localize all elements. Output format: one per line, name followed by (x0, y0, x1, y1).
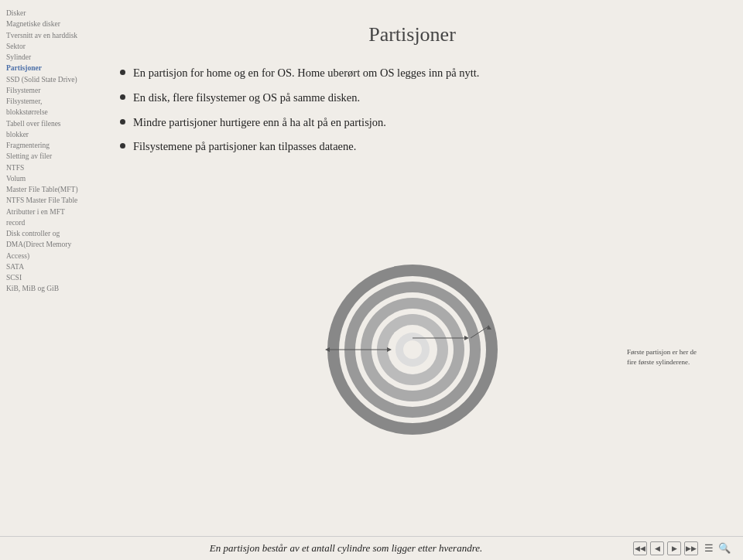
sidebar-item-atributter-i-en-mft-record[interactable]: Atributter i en MFT record (6, 207, 83, 229)
bullet-dot (120, 70, 125, 75)
bullet-item: En partisjon for home og en for OS. Home… (120, 65, 712, 82)
diagram-area: Første partisjon er her de fire første s… (112, 179, 712, 521)
bullet-dot (120, 119, 125, 125)
sidebar-item-master-file-tablemft[interactable]: Master File Table(MFT) (6, 184, 83, 195)
diagram-annotation: Første partisjon er her de fire første s… (627, 347, 697, 367)
sidebar-item-scsi[interactable]: SCSI (6, 272, 83, 283)
sidebar-item-filsystemer,-blokkstørrelse[interactable]: Filsystemer, blokkstørrelse (6, 96, 83, 118)
sidebar-item-ntfs-master-file-table[interactable]: NTFS Master File Table (6, 195, 83, 206)
nav-icon-3[interactable]: ▶ (667, 541, 681, 555)
menu-icon[interactable]: ☰ (704, 542, 714, 555)
bullet-text: Mindre partisjoner hurtigere enn å ha al… (133, 114, 386, 131)
sidebar-item-tversnitt-av-en-harddisk[interactable]: Tversnitt av en harddisk (6, 30, 83, 41)
annotation-line2: fire første sylinderene. (627, 358, 690, 366)
sidebar-item-volum[interactable]: Volum (6, 173, 83, 184)
annotation-line1: Første partisjon er her de (627, 348, 697, 356)
search-icon[interactable]: 🔍 (718, 542, 731, 555)
bullet-text: Filsystemene på partisjoner kan tilpasse… (133, 138, 356, 155)
slide-title: Partisjoner (112, 23, 712, 46)
svg-point-9 (403, 340, 422, 359)
sidebar-item-kib,-mib-og-gib[interactable]: KiB, MiB og GiB (6, 283, 83, 294)
nav-icon-1[interactable]: ◀◀ (633, 541, 647, 555)
sidebar-item-ntfs[interactable]: NTFS (6, 162, 83, 173)
sidebar-item-sylinder[interactable]: Sylinder (6, 52, 83, 63)
nav-icons: ◀◀ ◀ ▶ ▶▶ ☰ 🔍 (633, 541, 731, 555)
sidebar-item-tabell-over-filenes-blokker[interactable]: Tabell over filenes blokker (6, 118, 83, 141)
sidebar-item-disk-controller-og-dmadirect-memory-access[interactable]: Disk controller og DMA(Direct Memory Acc… (6, 228, 83, 261)
sidebar-item-disker[interactable]: Disker (6, 8, 83, 19)
bullet-dot (120, 143, 125, 149)
bottom-text: En partisjon består av et antall cylindr… (59, 542, 633, 555)
nav-icon-2[interactable]: ◀ (650, 541, 664, 555)
bullet-dot (120, 94, 125, 100)
bottom-bar: En partisjon består av et antall cylindr… (0, 536, 743, 560)
sidebar-item-sletting-av-filer[interactable]: Sletting av filer (6, 151, 83, 162)
bullet-item: Filsystemene på partisjoner kan tilpasse… (120, 138, 712, 155)
sidebar-item-partisjoner[interactable]: Partisjoner (6, 63, 83, 73)
nav-icon-4[interactable]: ▶▶ (684, 541, 698, 555)
sidebar-item-sektor[interactable]: Sektor (6, 41, 83, 52)
sidebar-item-magnetiske-disker[interactable]: Magnetiske disker (6, 19, 83, 29)
bullet-text: En partisjon for home og en for OS. Home… (133, 65, 479, 82)
sidebar-item-fragmentering[interactable]: Fragmentering (6, 140, 83, 151)
bullet-item: En disk, flere filsystemer og OS på samm… (120, 90, 712, 107)
sidebar: DiskerMagnetiske diskerTversnitt av en h… (0, 0, 89, 536)
disk-diagram (304, 257, 521, 442)
bullet-text: En disk, flere filsystemer og OS på samm… (133, 90, 360, 107)
sidebar-item-sata[interactable]: SATA (6, 261, 83, 272)
sidebar-item-filsystemer[interactable]: Filsystemer (6, 85, 83, 96)
sidebar-item-ssd-solid-state-drive[interactable]: SSD (Solid State Drive) (6, 74, 83, 85)
bullet-item: Mindre partisjoner hurtigere enn å ha al… (120, 114, 712, 131)
slide-container: DiskerMagnetiske diskerTversnitt av en h… (0, 0, 743, 536)
main-content: Partisjoner En partisjon for home og en … (89, 0, 743, 536)
bullet-list: En partisjon for home og en for OS. Home… (120, 65, 712, 163)
